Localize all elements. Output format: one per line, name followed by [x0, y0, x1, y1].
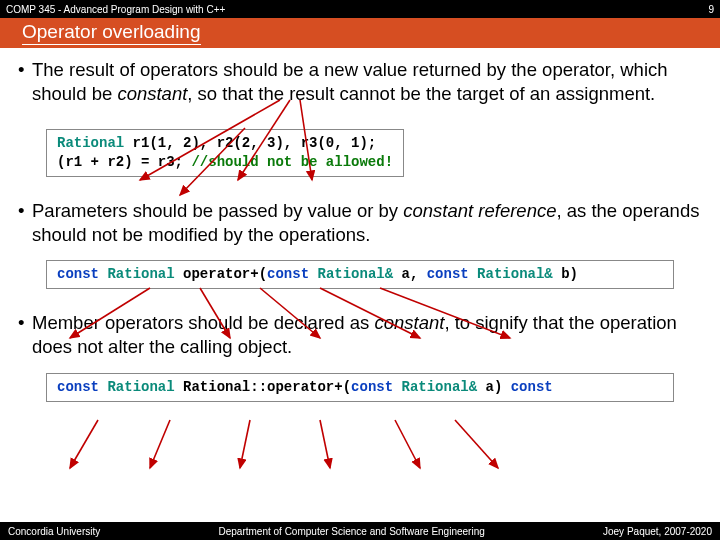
code-arg: a, — [393, 266, 427, 282]
footer-right: Joey Paquet, 2007-2020 — [603, 526, 712, 537]
code-keyword: const — [511, 379, 553, 395]
svg-line-14 — [455, 420, 498, 468]
code-line-1: Rational r1(1, 2), r2(2, 3), r3(0, 1); — [57, 134, 393, 153]
bullet-3: Member operators should be declared as c… — [18, 311, 702, 358]
svg-line-9 — [70, 420, 98, 468]
bullet-2-keyword: constant reference — [403, 200, 556, 221]
slide-number: 9 — [708, 4, 714, 15]
code-type: Rational — [107, 379, 174, 395]
title-bar: Operator overloading — [0, 18, 720, 48]
code-line-2: (r1 + r2) = r3; //should not be allowed! — [57, 153, 393, 172]
code-fn: Rational::operator+( — [175, 379, 351, 395]
svg-line-13 — [395, 420, 420, 468]
code-fn: operator+( — [175, 266, 267, 282]
bullet-2: Parameters should be passed by value or … — [18, 199, 702, 246]
code-comment: //should not be allowed! — [191, 154, 393, 170]
svg-line-11 — [240, 420, 250, 468]
svg-line-12 — [320, 420, 330, 468]
code-keyword: const — [57, 379, 99, 395]
code-text: r1(1, 2), r2(2, 3), r3(0, 1); — [124, 135, 376, 151]
code-box-3: const Rational Rational::operator+(const… — [46, 373, 674, 402]
slide-title: Operator overloading — [22, 21, 201, 45]
footer-mid: Department of Computer Science and Softw… — [219, 526, 485, 537]
bullet-1: The result of operators should be a new … — [18, 58, 702, 105]
code-type: Rational& — [393, 379, 477, 395]
code-keyword: const — [351, 379, 393, 395]
bullet-2-text-pre: Parameters should be passed by value or … — [32, 200, 403, 221]
code-keyword: const — [267, 266, 309, 282]
code-text: (r1 + r2) = r3; — [57, 154, 191, 170]
code-type: Rational — [107, 266, 174, 282]
bullet-1-text-post: , so that the result cannot be the targe… — [187, 83, 655, 104]
code-type: Rational& — [469, 266, 553, 282]
code-keyword: const — [57, 266, 99, 282]
bullet-1-keyword: constant — [117, 83, 187, 104]
course-code: COMP 345 - Advanced Program Design with … — [6, 4, 225, 15]
course-bar: COMP 345 - Advanced Program Design with … — [0, 0, 720, 18]
code-type: Rational — [57, 135, 124, 151]
svg-line-10 — [150, 420, 170, 468]
bullet-3-keyword: constant — [374, 312, 444, 333]
code-box-1: Rational r1(1, 2), r2(2, 3), r3(0, 1); (… — [46, 129, 404, 177]
footer-left: Concordia University — [8, 526, 100, 537]
code-arg: a) — [477, 379, 511, 395]
slide: COMP 345 - Advanced Program Design with … — [0, 0, 720, 540]
code-box-2: const Rational operator+(const Rational&… — [46, 260, 674, 289]
code-arg: b) — [553, 266, 578, 282]
slide-body: The result of operators should be a new … — [0, 48, 720, 402]
code-type: Rational& — [309, 266, 393, 282]
code-keyword: const — [427, 266, 469, 282]
bullet-3-text-pre: Member operators should be declared as — [32, 312, 374, 333]
footer-bar: Concordia University Department of Compu… — [0, 522, 720, 540]
